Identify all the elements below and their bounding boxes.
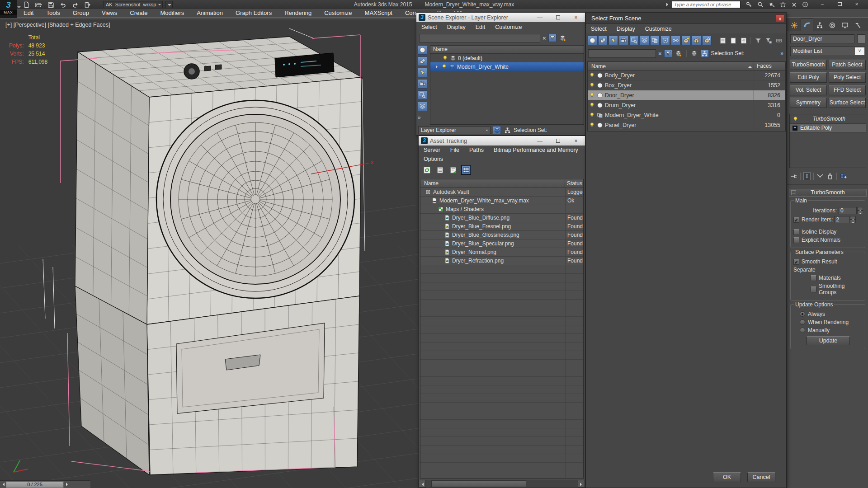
scrollbar-thumb[interactable]	[431, 480, 526, 487]
always-radio[interactable]	[800, 311, 805, 317]
object-row-panel-dryer[interactable]: Panel_Dryer 13055	[588, 120, 785, 130]
asset-row[interactable]: Autodesk Vault Logged	[420, 188, 583, 197]
menu-file[interactable]: File	[445, 147, 464, 153]
object-row-body-dryer[interactable]: Body_Dryer 22674	[588, 70, 785, 80]
filter-lights-icon[interactable]	[609, 36, 618, 45]
filter-funnel-icon[interactable]	[753, 36, 763, 45]
name-column-header[interactable]: Name	[588, 62, 754, 70]
horizontal-scrollbar[interactable]	[419, 480, 585, 488]
layer-filter-icon[interactable]	[675, 49, 683, 57]
status-column-header[interactable]: Status	[565, 179, 582, 188]
menu-graph-editors[interactable]: Graph Editors	[229, 9, 278, 16]
tab-utilities[interactable]	[851, 20, 864, 31]
filter-shapes-icon[interactable]	[598, 36, 608, 45]
stack-item-editable-poly[interactable]: + Editable Poly	[790, 123, 866, 132]
list-view-icon[interactable]	[435, 165, 444, 174]
layer-visibility-bulb-icon[interactable]	[441, 64, 447, 70]
infocenter-collapse-icon[interactable]	[666, 3, 670, 6]
asset-tracking-titlebar[interactable]: 3 Asset Tracking — ×	[419, 136, 585, 145]
find-input[interactable]	[588, 49, 656, 58]
visibility-bulb-icon[interactable]	[589, 112, 595, 118]
communication-close-icon[interactable]	[791, 2, 797, 8]
layer-row-default[interactable]: 0 (default)	[430, 54, 584, 62]
surface-select-button[interactable]: Surface Select	[829, 98, 866, 108]
scene-explorer-titlebar[interactable]: 3 Scene Explorer - Layer Explorer — ×	[416, 13, 585, 22]
filter-helpers-icon[interactable]	[629, 36, 639, 45]
menu-select[interactable]: Select	[586, 26, 612, 32]
name-column-header[interactable]: Name	[430, 46, 584, 54]
layer-name[interactable]: Modern_Dryer_White	[457, 64, 509, 70]
asset-row[interactable]: Dryer_Blue_Diffuse.png Found	[420, 214, 583, 222]
layer-name[interactable]: 0 (default)	[458, 55, 482, 61]
render-iters-spinner[interactable]	[850, 216, 856, 223]
undo-button[interactable]	[58, 1, 67, 9]
max-logo-button[interactable]: 3 MAX	[0, 0, 17, 18]
tab-motion[interactable]	[826, 20, 839, 31]
refresh-icon[interactable]	[422, 165, 431, 174]
render-iters-input[interactable]: 2	[834, 216, 849, 223]
collapse-all-icon[interactable]	[728, 36, 738, 45]
symmetry-button[interactable]: Symmetry	[790, 98, 827, 108]
cancel-button[interactable]: Cancel	[747, 472, 775, 482]
asset-row[interactable]: Dryer_Normal.png Found	[420, 248, 583, 257]
asset-row[interactable]: Dryer_Refraction.png Found	[420, 257, 583, 265]
close-icon[interactable]: x	[776, 14, 784, 22]
search-icon[interactable]	[757, 1, 764, 8]
turbosmooth-button[interactable]: TurboSmooth	[790, 60, 827, 70]
menu-customize[interactable]: Customize	[490, 24, 527, 30]
filter-geometry-icon[interactable]	[418, 45, 427, 55]
favorites-star-icon[interactable]	[780, 1, 786, 8]
fetch-button[interactable]	[83, 1, 92, 9]
manually-radio[interactable]	[800, 328, 805, 333]
visibility-bulb-icon[interactable]	[589, 72, 595, 78]
viewport-label[interactable]: [+] [Perspective] [Shaded + Edged Faces]	[5, 22, 110, 28]
workspace-menu-button[interactable]	[165, 1, 173, 8]
menu-animation[interactable]: Animation	[190, 9, 229, 16]
object-row-door-dryer[interactable]: Door_Dryer 8326	[588, 90, 785, 100]
filter-cameras-icon[interactable]	[418, 79, 427, 89]
menu-options[interactable]: Options	[419, 156, 448, 162]
collapse-icon[interactable]: –	[791, 190, 796, 195]
materials-checkbox[interactable]	[811, 275, 816, 281]
select-from-scene-titlebar[interactable]: Select From Scene x	[586, 13, 786, 24]
explorer-mode-dropdown[interactable]: Layer Explorer	[418, 126, 491, 134]
iterations-spinner[interactable]	[857, 207, 863, 214]
menu-server[interactable]: Server	[419, 147, 445, 153]
ffd-select-button[interactable]: FFD Select	[829, 85, 866, 95]
object-color-swatch[interactable]	[857, 34, 865, 43]
chevron-down-icon[interactable]: ˅	[855, 47, 864, 55]
maximize-button[interactable]	[831, 1, 848, 8]
maximize-button[interactable]	[549, 136, 567, 145]
isoline-display-checkbox[interactable]	[793, 229, 799, 235]
render-iters-checkbox[interactable]: ✓	[793, 217, 799, 223]
make-unique-icon[interactable]	[816, 173, 824, 180]
filter-container-search-icon[interactable]	[702, 36, 712, 45]
layer-row-modern-dryer-white[interactable]: Modern_Dryer_White	[430, 62, 584, 71]
tab-hierarchy[interactable]	[813, 20, 826, 31]
filter-groups-icon[interactable]	[650, 36, 660, 45]
search-input[interactable]	[672, 1, 741, 8]
hierarchy-mode-icon[interactable]	[503, 126, 511, 134]
minimize-button[interactable]: —	[531, 136, 549, 145]
more-filters-icon[interactable]: »	[418, 114, 421, 121]
next-frame-icon[interactable]	[66, 483, 70, 486]
menu-display[interactable]: Display	[442, 24, 471, 30]
menu-rendering[interactable]: Rendering	[278, 9, 318, 16]
close-icon[interactable]: ×	[567, 136, 585, 145]
menu-group[interactable]: Group	[66, 9, 95, 16]
menu-select[interactable]: Select	[416, 24, 442, 30]
object-row-drum-dryer[interactable]: Drum_Dryer 3316	[588, 100, 785, 110]
expand-plus-icon[interactable]: +	[793, 126, 797, 131]
workspace-selector[interactable]: AK_Screenshot_wrksp	[103, 1, 163, 8]
object-row-box-dryer[interactable]: Box_Dryer 1552	[588, 80, 785, 90]
menu-modifiers[interactable]: Modifiers	[154, 9, 190, 16]
visibility-bulb-icon[interactable]	[589, 102, 595, 108]
edit-poly-button[interactable]: Edit Poly	[790, 72, 827, 83]
expand-selected-icon[interactable]	[739, 36, 748, 45]
pin-stack-icon[interactable]	[790, 173, 797, 180]
menu-bitmap-performance[interactable]: Bitmap Performance and Memory	[489, 147, 583, 153]
menu-edit[interactable]: Edit	[471, 24, 491, 30]
menu-customize[interactable]: Customize	[318, 9, 358, 16]
filter-container-gear-icon[interactable]	[692, 36, 701, 45]
smooth-result-checkbox[interactable]: ✓	[793, 259, 799, 265]
